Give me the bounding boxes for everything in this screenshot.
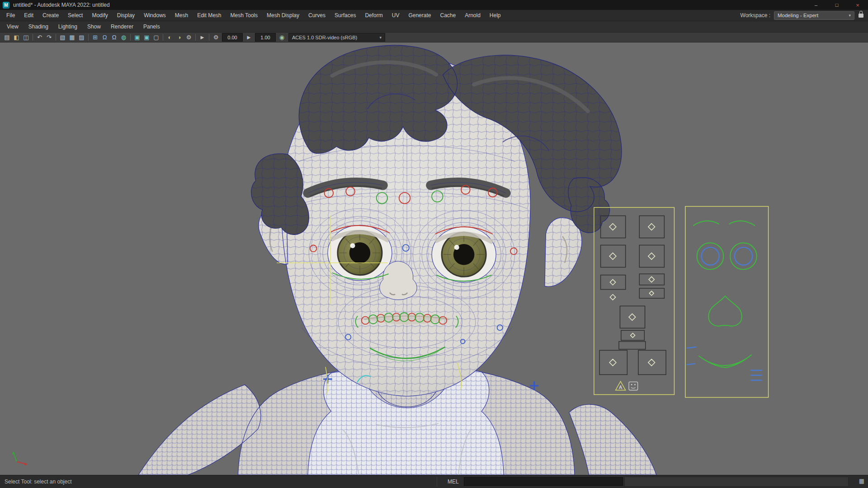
colorspace-globe-icon[interactable]: ◉	[277, 33, 287, 42]
viewport-toolbar: ▤ ◧ ◫ ↶ ↷ ▧ ▦ ▨ ⊞ Ω Ω ◍ ▣ ▣ ▢ ◐ ◑ ⚙ ► ⚙ …	[0, 33, 868, 42]
viewport-3d[interactable]: A	[0, 42, 868, 475]
undo-icon[interactable]: ↶	[35, 33, 44, 42]
select-component-icon[interactable]: ▨	[77, 33, 86, 42]
input-connections-icon[interactable]: ▣	[132, 33, 142, 42]
menu-windows[interactable]: Windows	[139, 10, 170, 21]
save-scene-icon[interactable]: ◫	[21, 33, 31, 42]
mel-toggle[interactable]: MEL	[448, 479, 459, 485]
main-menu-bar: File Edit Create Select Modify Display W…	[0, 10, 868, 21]
menu-mesh[interactable]: Mesh	[170, 10, 193, 21]
select-object-icon[interactable]: ▦	[67, 33, 77, 42]
title-bar: M untitled* - Autodesk MAYA 2022: untitl…	[0, 0, 868, 10]
panel-menu-bar: View Shading Lighting Show Renderer Pane…	[0, 21, 868, 33]
workspace-value: Modeling - Expert	[778, 13, 818, 18]
help-line-text: Select Tool: select an object	[5, 479, 72, 485]
snap-to-grid-icon[interactable]: ⊞	[90, 33, 100, 42]
step-icon[interactable]: ►	[244, 33, 254, 42]
menu-edit-mesh[interactable]: Edit Mesh	[193, 10, 226, 21]
snap-to-point-icon[interactable]: Ω	[109, 33, 119, 42]
new-scene-icon[interactable]: ▤	[2, 33, 12, 42]
chevron-down-icon: ▾	[379, 35, 382, 40]
command-feedback-field[interactable]	[624, 477, 849, 487]
chevron-down-icon: ▾	[849, 13, 851, 18]
close-button[interactable]: ×	[847, 0, 868, 10]
board-a-label: A	[619, 385, 623, 390]
select-hierarchy-icon[interactable]: ▧	[58, 33, 67, 42]
workspace-label: Workspace :	[741, 12, 770, 19]
script-editor-icon[interactable]: ▦	[859, 478, 864, 484]
viewport-panel[interactable]: A	[0, 42, 868, 475]
open-scene-icon[interactable]: ◧	[12, 33, 21, 42]
menu-cache[interactable]: Cache	[435, 10, 460, 21]
minimize-button[interactable]: –	[806, 0, 826, 10]
menu-arnold[interactable]: Arnold	[460, 10, 485, 21]
menu-surfaces[interactable]: Surfaces	[330, 10, 360, 21]
maximize-button[interactable]: □	[826, 0, 847, 10]
soft-select-icon[interactable]: ⚙	[211, 33, 221, 42]
status-bar: Select Tool: select an object MEL ▦	[0, 475, 868, 488]
panelmenu-shading[interactable]: Shading	[24, 21, 53, 32]
panelmenu-panels[interactable]: Panels	[138, 21, 165, 32]
menu-mesh-display[interactable]: Mesh Display	[262, 10, 304, 21]
panelmenu-view[interactable]: View	[2, 21, 24, 32]
colorspace-dropdown[interactable]: ACES 1.0 SDR-video (sRGB) ▾	[288, 33, 385, 42]
construction-history-icon[interactable]: ▢	[151, 33, 161, 42]
redo-icon[interactable]: ↷	[44, 33, 54, 42]
menu-edit[interactable]: Edit	[19, 10, 38, 21]
workspace-dropdown[interactable]: Modeling - Expert ▾	[774, 11, 854, 20]
ipr-render-icon[interactable]: ◑	[175, 33, 184, 42]
menu-display[interactable]: Display	[113, 10, 139, 21]
render-settings-icon[interactable]: ⚙	[184, 33, 193, 42]
panelmenu-show[interactable]: Show	[82, 21, 106, 32]
workspace-lock-icon[interactable]	[859, 14, 863, 18]
menu-modify[interactable]: Modify	[87, 10, 112, 21]
mel-command-input[interactable]	[464, 477, 623, 486]
absolute-transform-icon[interactable]: ►	[198, 33, 207, 42]
menu-help[interactable]: Help	[485, 10, 505, 21]
menu-deform[interactable]: Deform	[360, 10, 387, 21]
colorspace-value: ACES 1.0 SDR-video (sRGB)	[292, 35, 357, 40]
menu-uv[interactable]: UV	[387, 10, 404, 21]
menu-file[interactable]: File	[2, 10, 19, 21]
menu-generate[interactable]: Generate	[404, 10, 435, 21]
output-connections-icon[interactable]: ▣	[142, 33, 151, 42]
menu-create[interactable]: Create	[38, 10, 63, 21]
menu-curves[interactable]: Curves	[304, 10, 330, 21]
render-view-icon[interactable]: ◐	[165, 33, 175, 42]
snap-to-curve-icon[interactable]: Ω	[100, 33, 109, 42]
menu-mesh-tools[interactable]: Mesh Tools	[226, 10, 262, 21]
menu-select[interactable]: Select	[63, 10, 87, 21]
scale-value-field[interactable]	[255, 33, 276, 42]
make-live-icon[interactable]: ◍	[119, 33, 128, 42]
panelmenu-lighting[interactable]: Lighting	[53, 21, 82, 32]
translate-value-field[interactable]	[222, 33, 243, 42]
status-divider	[437, 477, 437, 487]
window-title: untitled* - Autodesk MAYA 2022: untitled	[13, 2, 110, 8]
panelmenu-renderer[interactable]: Renderer	[106, 21, 138, 32]
maya-logo-icon: M	[3, 2, 9, 9]
